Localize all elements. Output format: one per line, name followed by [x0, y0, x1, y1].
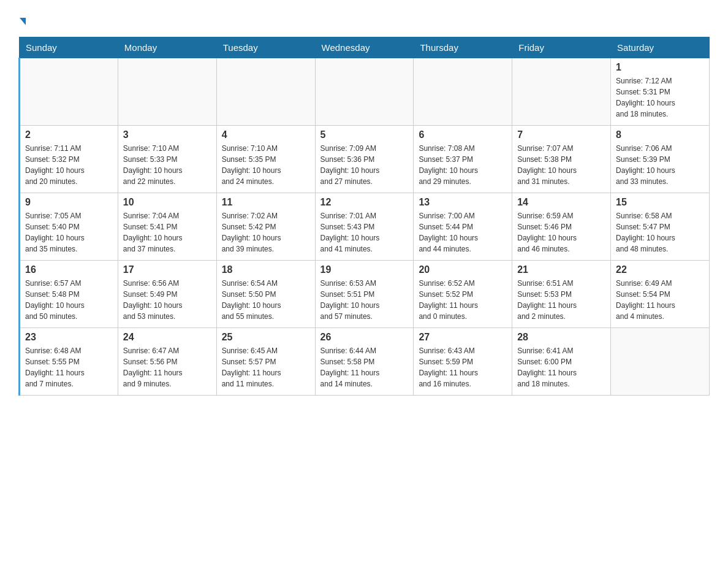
week-row-1: 1Sunrise: 7:12 AM Sunset: 5:31 PM Daylig… — [20, 58, 710, 126]
day-info: Sunrise: 7:07 AM Sunset: 5:38 PM Dayligh… — [517, 143, 605, 187]
col-tuesday: Tuesday — [216, 37, 315, 58]
week-row-3: 9Sunrise: 7:05 AM Sunset: 5:40 PM Daylig… — [20, 193, 710, 261]
week-row-4: 16Sunrise: 6:57 AM Sunset: 5:48 PM Dayli… — [20, 261, 710, 328]
day-number: 22 — [616, 264, 704, 275]
day-number: 7 — [517, 129, 605, 140]
day-number: 13 — [419, 197, 507, 208]
day-info: Sunrise: 6:54 AM Sunset: 5:50 PM Dayligh… — [222, 278, 310, 322]
col-sunday: Sunday — [20, 37, 118, 58]
day-info: Sunrise: 7:11 AM Sunset: 5:32 PM Dayligh… — [25, 143, 113, 187]
day-info: Sunrise: 6:59 AM Sunset: 5:46 PM Dayligh… — [517, 210, 605, 255]
day-info: Sunrise: 6:47 AM Sunset: 5:56 PM Dayligh… — [123, 345, 211, 389]
page-header — [18, 12, 710, 27]
day-number: 12 — [320, 197, 409, 208]
day-number: 20 — [419, 264, 507, 275]
day-info: Sunrise: 6:41 AM Sunset: 6:00 PM Dayligh… — [517, 345, 605, 389]
day-info: Sunrise: 7:05 AM Sunset: 5:40 PM Dayligh… — [25, 210, 113, 255]
cell-week1-day0 — [20, 58, 118, 126]
cell-week5-day5: 28Sunrise: 6:41 AM Sunset: 6:00 PM Dayli… — [512, 328, 611, 396]
cell-week4-day3: 19Sunrise: 6:53 AM Sunset: 5:51 PM Dayli… — [315, 261, 414, 328]
cell-week1-day6: 1Sunrise: 7:12 AM Sunset: 5:31 PM Daylig… — [611, 58, 710, 126]
day-number: 6 — [419, 129, 507, 140]
day-number: 5 — [320, 129, 409, 140]
day-number: 26 — [320, 332, 409, 343]
cell-week4-day2: 18Sunrise: 6:54 AM Sunset: 5:50 PM Dayli… — [216, 261, 315, 328]
day-info: Sunrise: 7:08 AM Sunset: 5:37 PM Dayligh… — [419, 143, 507, 187]
cell-week5-day6 — [611, 328, 710, 396]
week-row-2: 2Sunrise: 7:11 AM Sunset: 5:32 PM Daylig… — [20, 126, 710, 193]
cell-week3-day4: 13Sunrise: 7:00 AM Sunset: 5:44 PM Dayli… — [414, 193, 512, 261]
day-info: Sunrise: 6:56 AM Sunset: 5:49 PM Dayligh… — [123, 278, 211, 322]
day-number: 14 — [517, 197, 605, 208]
day-info: Sunrise: 6:45 AM Sunset: 5:57 PM Dayligh… — [222, 345, 310, 389]
cell-week2-day6: 8Sunrise: 7:06 AM Sunset: 5:39 PM Daylig… — [611, 126, 710, 193]
day-number: 2 — [25, 129, 113, 140]
day-number: 18 — [222, 264, 310, 275]
day-number: 17 — [123, 264, 211, 275]
cell-week3-day5: 14Sunrise: 6:59 AM Sunset: 5:46 PM Dayli… — [512, 193, 611, 261]
day-number: 16 — [25, 264, 113, 275]
day-number: 11 — [222, 197, 310, 208]
day-info: Sunrise: 7:12 AM Sunset: 5:31 PM Dayligh… — [616, 75, 704, 120]
day-number: 4 — [222, 129, 310, 140]
cell-week4-day4: 20Sunrise: 6:52 AM Sunset: 5:52 PM Dayli… — [414, 261, 512, 328]
day-number: 8 — [616, 129, 704, 140]
cell-week4-day6: 22Sunrise: 6:49 AM Sunset: 5:54 PM Dayli… — [611, 261, 710, 328]
day-number: 27 — [419, 332, 507, 343]
cell-week5-day1: 24Sunrise: 6:47 AM Sunset: 5:56 PM Dayli… — [118, 328, 216, 396]
day-info: Sunrise: 7:10 AM Sunset: 5:35 PM Dayligh… — [222, 143, 310, 187]
day-info: Sunrise: 6:52 AM Sunset: 5:52 PM Dayligh… — [419, 278, 507, 322]
cell-week4-day1: 17Sunrise: 6:56 AM Sunset: 5:49 PM Dayli… — [118, 261, 216, 328]
cell-week4-day5: 21Sunrise: 6:51 AM Sunset: 5:53 PM Dayli… — [512, 261, 611, 328]
cell-week3-day6: 15Sunrise: 6:58 AM Sunset: 5:47 PM Dayli… — [611, 193, 710, 261]
cell-week2-day0: 2Sunrise: 7:11 AM Sunset: 5:32 PM Daylig… — [20, 126, 118, 193]
logo-text — [18, 12, 26, 27]
cell-week1-day4 — [414, 58, 512, 126]
day-number: 28 — [517, 332, 605, 343]
day-info: Sunrise: 7:09 AM Sunset: 5:36 PM Dayligh… — [320, 143, 409, 187]
cell-week2-day5: 7Sunrise: 7:07 AM Sunset: 5:38 PM Daylig… — [512, 126, 611, 193]
col-monday: Monday — [118, 37, 216, 58]
day-number: 9 — [25, 197, 113, 208]
cell-week1-day5 — [512, 58, 611, 126]
day-info: Sunrise: 6:48 AM Sunset: 5:55 PM Dayligh… — [25, 345, 113, 389]
day-number: 1 — [616, 62, 704, 73]
cell-week5-day2: 25Sunrise: 6:45 AM Sunset: 5:57 PM Dayli… — [216, 328, 315, 396]
day-number: 25 — [222, 332, 310, 343]
day-info: Sunrise: 6:49 AM Sunset: 5:54 PM Dayligh… — [616, 278, 704, 322]
day-number: 3 — [123, 129, 211, 140]
cell-week2-day3: 5Sunrise: 7:09 AM Sunset: 5:36 PM Daylig… — [315, 126, 414, 193]
calendar-table: Sunday Monday Tuesday Wednesday Thursday… — [18, 37, 710, 396]
col-saturday: Saturday — [611, 37, 710, 58]
logo — [18, 12, 26, 27]
cell-week3-day0: 9Sunrise: 7:05 AM Sunset: 5:40 PM Daylig… — [20, 193, 118, 261]
week-row-5: 23Sunrise: 6:48 AM Sunset: 5:55 PM Dayli… — [20, 328, 710, 396]
cell-week2-day1: 3Sunrise: 7:10 AM Sunset: 5:33 PM Daylig… — [118, 126, 216, 193]
day-info: Sunrise: 7:00 AM Sunset: 5:44 PM Dayligh… — [419, 210, 507, 255]
cell-week2-day4: 6Sunrise: 7:08 AM Sunset: 5:37 PM Daylig… — [414, 126, 512, 193]
day-info: Sunrise: 7:06 AM Sunset: 5:39 PM Dayligh… — [616, 143, 704, 187]
cell-week5-day3: 26Sunrise: 6:44 AM Sunset: 5:58 PM Dayli… — [315, 328, 414, 396]
day-info: Sunrise: 7:02 AM Sunset: 5:42 PM Dayligh… — [222, 210, 310, 255]
cell-week1-day2 — [216, 58, 315, 126]
cell-week1-day3 — [315, 58, 414, 126]
day-info: Sunrise: 6:44 AM Sunset: 5:58 PM Dayligh… — [320, 345, 409, 389]
day-number: 10 — [123, 197, 211, 208]
cell-week3-day3: 12Sunrise: 7:01 AM Sunset: 5:43 PM Dayli… — [315, 193, 414, 261]
col-friday: Friday — [512, 37, 611, 58]
cell-week1-day1 — [118, 58, 216, 126]
cell-week3-day1: 10Sunrise: 7:04 AM Sunset: 5:41 PM Dayli… — [118, 193, 216, 261]
cell-week5-day0: 23Sunrise: 6:48 AM Sunset: 5:55 PM Dayli… — [20, 328, 118, 396]
col-thursday: Thursday — [414, 37, 512, 58]
day-info: Sunrise: 7:01 AM Sunset: 5:43 PM Dayligh… — [320, 210, 409, 255]
day-number: 15 — [616, 197, 704, 208]
day-info: Sunrise: 6:43 AM Sunset: 5:59 PM Dayligh… — [419, 345, 507, 389]
logo-triangle-icon — [20, 18, 26, 25]
cell-week4-day0: 16Sunrise: 6:57 AM Sunset: 5:48 PM Dayli… — [20, 261, 118, 328]
day-info: Sunrise: 6:51 AM Sunset: 5:53 PM Dayligh… — [517, 278, 605, 322]
day-info: Sunrise: 7:10 AM Sunset: 5:33 PM Dayligh… — [123, 143, 211, 187]
day-number: 21 — [517, 264, 605, 275]
day-number: 24 — [123, 332, 211, 343]
cell-week3-day2: 11Sunrise: 7:02 AM Sunset: 5:42 PM Dayli… — [216, 193, 315, 261]
cell-week5-day4: 27Sunrise: 6:43 AM Sunset: 5:59 PM Dayli… — [414, 328, 512, 396]
